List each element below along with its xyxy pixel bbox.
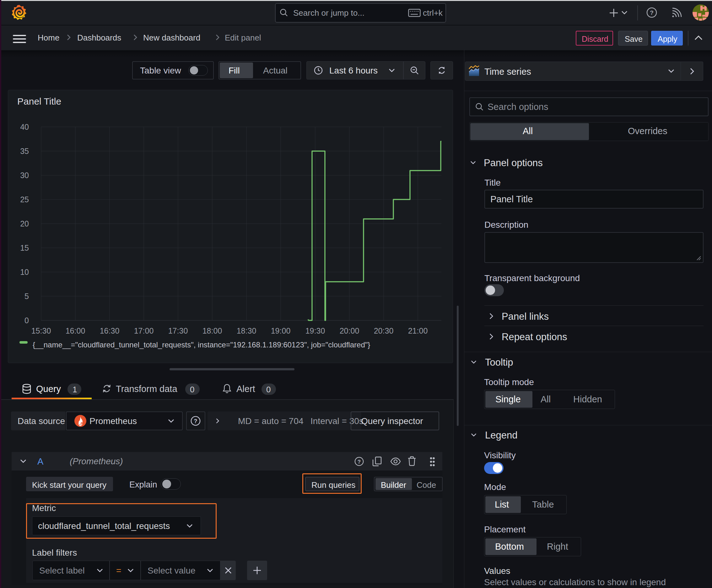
svg-text:18:00: 18:00 <box>202 327 222 335</box>
svg-text:15: 15 <box>20 244 29 252</box>
svg-text:19:30: 19:30 <box>305 327 325 335</box>
svg-text:20:30: 20:30 <box>374 327 394 335</box>
svg-text:18:30: 18:30 <box>237 327 257 335</box>
svg-text:40: 40 <box>20 123 29 131</box>
svg-text:10: 10 <box>20 268 29 276</box>
svg-text:20:00: 20:00 <box>340 327 360 335</box>
svg-text:5: 5 <box>24 292 29 300</box>
svg-text:25: 25 <box>20 195 29 204</box>
svg-text:0: 0 <box>24 316 29 325</box>
svg-text:17:00: 17:00 <box>134 327 154 335</box>
svg-text:17:30: 17:30 <box>168 327 188 335</box>
svg-text:21:00: 21:00 <box>408 327 428 335</box>
svg-text:30: 30 <box>20 171 29 180</box>
svg-text:16:30: 16:30 <box>100 327 120 335</box>
svg-text:20: 20 <box>20 219 29 228</box>
svg-text:16:00: 16:00 <box>66 327 85 335</box>
svg-text:?: ? <box>650 9 654 16</box>
svg-text:15:30: 15:30 <box>31 327 51 335</box>
svg-text:19:00: 19:00 <box>271 327 291 335</box>
svg-text:35: 35 <box>20 147 29 155</box>
svg-text:{__name__="cloudflared_tunnel_: {__name__="cloudflared_tunnel_total_requ… <box>33 340 370 349</box>
svg-text:?: ? <box>358 459 361 465</box>
svg-text:?: ? <box>194 418 197 424</box>
